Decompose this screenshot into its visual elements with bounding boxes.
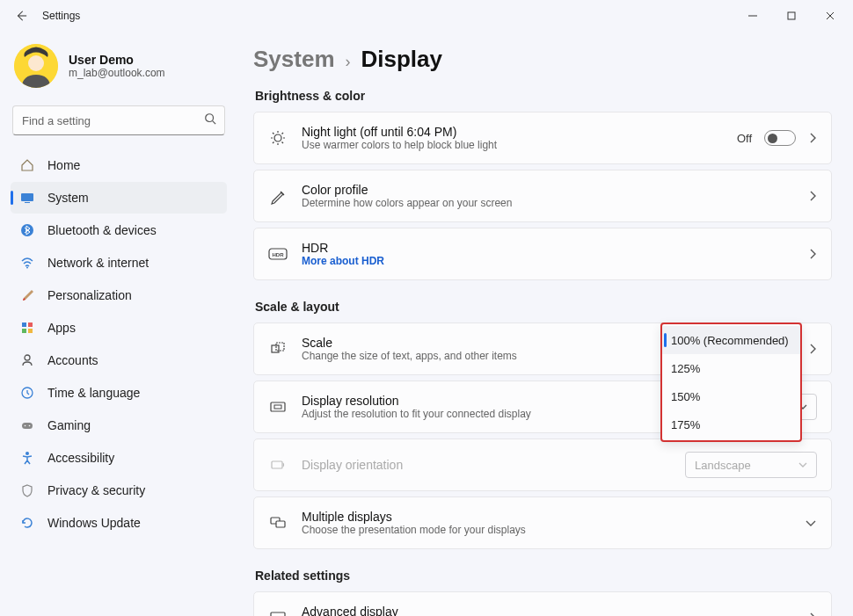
- nav-accounts[interactable]: Accounts: [11, 344, 227, 376]
- scale-dropdown-popup: 100% (Recommended) 125% 150% 175%: [660, 322, 802, 442]
- toggle-label: Off: [737, 132, 752, 145]
- card-desc: Choose the presentation mode for your di…: [302, 524, 791, 536]
- window-controls: [733, 2, 849, 30]
- section-brightness: Brightness & color: [255, 89, 832, 103]
- hdr-icon: HDR: [268, 248, 288, 260]
- svg-rect-34: [276, 343, 284, 351]
- card-nightlight[interactable]: Night light (off until 6:04 PM) Use warm…: [253, 112, 832, 164]
- clock-icon: [19, 385, 35, 401]
- breadcrumb: System › Display: [253, 46, 832, 73]
- svg-line-30: [282, 133, 284, 134]
- scale-option-175[interactable]: 175%: [662, 410, 800, 438]
- nav-list: Home System Bluetooth & devices Network …: [11, 149, 227, 539]
- chevron-right-icon: [808, 190, 817, 202]
- svg-rect-8: [21, 193, 33, 201]
- breadcrumb-parent[interactable]: System: [253, 46, 335, 73]
- card-title: Display orientation: [302, 458, 671, 472]
- card-desc: Determine how colors appear on your scre…: [302, 197, 794, 209]
- card-title: Display resolution: [302, 394, 671, 408]
- svg-point-22: [274, 134, 281, 141]
- nav-home[interactable]: Home: [11, 149, 227, 181]
- svg-rect-36: [274, 405, 281, 409]
- card-title: Multiple displays: [302, 510, 791, 524]
- apps-icon: [19, 320, 35, 336]
- profile-block[interactable]: User Demo m_lab@outlook.com: [11, 40, 227, 102]
- svg-line-29: [273, 142, 274, 144]
- shield-icon: [19, 482, 35, 498]
- app-title: Settings: [42, 10, 80, 22]
- wifi-icon: [19, 255, 35, 271]
- chevron-right-icon: [808, 343, 817, 355]
- accounts-icon: [19, 352, 35, 368]
- nav-label: Time & language: [47, 386, 140, 400]
- search-input[interactable]: [12, 105, 225, 135]
- avatar: [14, 44, 58, 88]
- nav-accessibility[interactable]: Accessibility: [11, 442, 227, 474]
- card-advanced[interactable]: Advanced display Display information, re…: [253, 591, 832, 616]
- svg-rect-15: [28, 329, 33, 333]
- card-orientation: Display orientation Landscape: [253, 438, 832, 491]
- svg-point-11: [26, 267, 28, 269]
- card-desc: Adjust the resolution to fit your connec…: [302, 408, 671, 420]
- search-icon: [204, 112, 216, 125]
- nav-system[interactable]: System: [11, 182, 227, 214]
- section-scale: Scale & layout: [255, 300, 832, 314]
- svg-rect-40: [271, 612, 285, 616]
- nightlight-toggle[interactable]: [764, 130, 796, 146]
- svg-rect-1: [788, 12, 795, 19]
- card-title: Scale: [302, 336, 622, 350]
- chevron-right-icon: ›: [346, 53, 351, 71]
- update-icon: [19, 515, 35, 531]
- scale-option-125[interactable]: 125%: [662, 354, 800, 382]
- chevron-right-icon: [808, 612, 817, 616]
- chevron-down-icon: [798, 462, 807, 467]
- nav-update[interactable]: Windows Update: [11, 507, 227, 539]
- svg-rect-12: [22, 322, 26, 327]
- card-title: Night light (off until 6:04 PM): [302, 125, 723, 139]
- nav-bluetooth[interactable]: Bluetooth & devices: [11, 214, 227, 246]
- scale-option-100[interactable]: 100% (Recommended): [662, 326, 800, 354]
- nav-network[interactable]: Network & internet: [11, 247, 227, 279]
- svg-rect-9: [25, 202, 30, 203]
- card-colorprofile[interactable]: Color profile Determine how colors appea…: [253, 170, 832, 222]
- chevron-down-icon: [805, 518, 817, 527]
- nav-time[interactable]: Time & language: [11, 377, 227, 409]
- close-button[interactable]: [811, 2, 849, 30]
- card-title: Advanced display: [302, 605, 794, 616]
- card-desc: Change the size of text, apps, and other…: [302, 350, 622, 362]
- breadcrumb-current: Display: [361, 46, 443, 73]
- sidebar: User Demo m_lab@outlook.com Home System …: [0, 32, 237, 616]
- multidisplay-icon: [268, 514, 288, 532]
- svg-point-5: [28, 55, 44, 71]
- svg-rect-37: [272, 461, 282, 468]
- nav-label: Accounts: [47, 353, 98, 367]
- nav-label: Network & internet: [47, 256, 149, 270]
- nav-label: Personalization: [47, 288, 132, 302]
- nav-gaming[interactable]: Gaming: [11, 409, 227, 441]
- bluetooth-icon: [19, 222, 35, 238]
- nav-privacy[interactable]: Privacy & security: [11, 475, 227, 506]
- nav-label: Apps: [47, 321, 76, 335]
- svg-point-6: [206, 114, 214, 122]
- maximize-button[interactable]: [772, 2, 811, 30]
- svg-point-20: [29, 425, 31, 427]
- back-button[interactable]: [4, 0, 39, 32]
- svg-rect-39: [276, 521, 285, 527]
- nav-label: System: [47, 191, 89, 205]
- svg-line-27: [273, 133, 274, 134]
- nav-label: Bluetooth & devices: [47, 223, 157, 237]
- home-icon: [19, 157, 35, 173]
- orientation-dropdown: Landscape: [685, 452, 817, 478]
- nav-apps[interactable]: Apps: [11, 312, 227, 344]
- minimize-button[interactable]: [733, 2, 772, 30]
- svg-rect-35: [271, 402, 285, 411]
- hdr-link[interactable]: More about HDR: [302, 255, 794, 267]
- scale-option-150[interactable]: 150%: [662, 382, 800, 410]
- nightlight-icon: [268, 129, 288, 147]
- card-hdr[interactable]: HDR HDR More about HDR: [253, 228, 832, 280]
- card-title: Color profile: [302, 183, 794, 197]
- orientation-icon: [268, 456, 288, 474]
- monitor-icon: [268, 609, 288, 616]
- nav-personalization[interactable]: Personalization: [11, 279, 227, 311]
- card-multiple[interactable]: Multiple displays Choose the presentatio…: [253, 496, 832, 549]
